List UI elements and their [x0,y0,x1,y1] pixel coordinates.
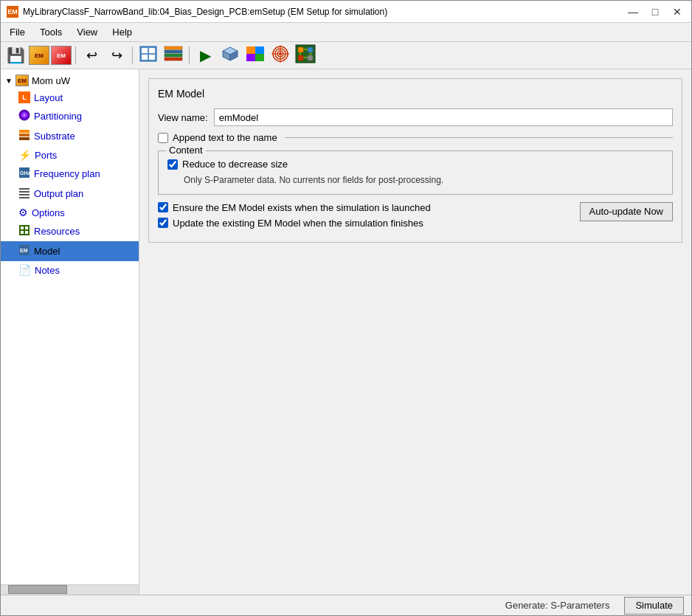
simulate-button[interactable]: Simulate [624,597,684,615]
circuit-button[interactable] [294,44,317,66]
menu-bar: File Tools View Help [1,23,691,42]
svg-rect-47 [25,231,28,234]
antenna-button[interactable] [269,44,292,66]
sidebar-item-frequency-plan[interactable]: GHz Frequency plan [1,164,139,184]
sidebar-item-model[interactable]: EM Model [1,241,139,261]
sidebar-item-options[interactable]: ⚙ Options [1,204,139,221]
em-model-panel: EM Model View name: Append text to the n… [148,78,682,243]
checkboxes-col: Ensure the EM Model exists when the simu… [158,202,571,233]
svg-rect-46 [21,231,24,234]
root-icon: EM [15,75,29,86]
sidebar-label-notes: Notes [35,265,60,276]
svg-rect-5 [165,46,182,49]
model-icon: EM [18,244,30,258]
sidebar-label-partitioning: Partitioning [34,111,82,122]
tree-expand-icon: ▼ [5,77,13,85]
menu-file[interactable]: File [4,24,31,40]
schematic-button[interactable] [136,44,160,66]
sidebar-item-resources[interactable]: Resources [1,221,139,241]
schematic-icon [139,46,157,66]
em-setup1-button[interactable]: EM [29,46,49,65]
svg-rect-44 [21,226,24,229]
sidebar: ▼ EM Mom uW L Layout [1,69,139,595]
undo-button[interactable]: ↩ [80,44,103,66]
sidebar-item-substrate[interactable]: Substrate [1,126,139,146]
menu-tools[interactable]: Tools [34,24,68,40]
layers-button[interactable] [162,44,185,66]
toolbar-separator-3 [189,46,190,64]
minimize-button[interactable]: — [625,4,641,19]
notes-icon: 📄 [18,264,31,276]
update-model-checkbox[interactable] [158,218,168,228]
em-setup2-button[interactable]: EM [51,46,72,65]
view-name-label: View name: [158,112,208,123]
update-model-label: Update the existing EM Model when the si… [173,218,423,229]
ensure-model-row: Ensure the EM Model exists when the simu… [158,202,571,213]
svg-rect-36 [19,137,30,140]
ensure-model-label: Ensure the EM Model exists when the simu… [173,202,431,213]
sidebar-label-ports: Ports [35,150,57,161]
maximize-button[interactable]: □ [647,4,663,19]
close-button[interactable]: ✕ [669,4,685,19]
em2-label: EM [57,52,66,59]
svg-rect-3 [142,55,148,60]
sidebar-root-label: Mom uW [32,75,70,86]
svg-rect-12 [246,46,255,54]
append-text-checkbox[interactable] [158,133,168,143]
auto-update-button[interactable]: Auto-update Now [580,202,673,221]
sidebar-item-output-plan[interactable]: Output plan [1,184,139,204]
scrollbar-thumb[interactable] [8,585,67,594]
svg-rect-42 [19,197,30,198]
menu-help[interactable]: Help [106,24,138,40]
toolbar-separator-1 [75,46,76,64]
layers-icon [164,46,183,66]
status-bar: Generate: S-Parameters Simulate [1,595,691,615]
svg-text:GHz: GHz [20,170,30,176]
run-button[interactable]: ▶ [193,44,217,66]
simulate-label: Simulate [635,600,673,611]
window-controls: — □ ✕ [625,4,685,19]
view-name-input[interactable] [214,108,673,126]
toolbar: 💾 EM EM ↩ ↪ [1,42,691,69]
menu-view[interactable]: View [71,24,103,40]
sidebar-label-substrate: Substrate [34,131,75,142]
sidebar-label-options: Options [32,207,65,218]
ports-icon: ⚡ [18,149,31,161]
svg-rect-41 [19,194,30,195]
update-model-row: Update the existing EM Model when the si… [158,218,571,229]
sidebar-root[interactable]: ▼ EM Mom uW [1,72,139,89]
content-section-label: Content [166,145,206,156]
substrate-icon [18,129,30,143]
resources-icon [18,224,30,238]
sidebar-label-frequency-plan: Frequency plan [34,168,100,179]
reduce-size-row: Reduce to decrease size [167,159,663,170]
svg-rect-15 [255,54,264,61]
colors-button[interactable] [243,44,267,66]
sidebar-item-notes[interactable]: 📄 Notes [1,261,139,279]
sidebar-item-layout[interactable]: L Layout [1,89,139,106]
undo-icon: ↩ [86,47,97,63]
svg-rect-14 [246,54,255,61]
svg-rect-1 [142,48,148,53]
bottom-row: Ensure the EM Model exists when the simu… [158,202,673,233]
3d-view-button[interactable] [218,44,242,66]
em1-label: EM [35,52,44,59]
output-icon [18,187,30,201]
auto-update-label: Auto-update Now [589,206,663,217]
view-name-row: View name: [158,108,673,126]
sidebar-scrollbar[interactable] [1,584,139,595]
sidebar-item-partitioning[interactable]: Partitioning [1,106,139,126]
reduce-size-checkbox[interactable] [167,159,178,170]
save-button[interactable]: 💾 [4,44,27,66]
window-title: MyLibraryClassF_NarrowBand_lib:04_Bias_D… [23,7,387,17]
ensure-model-checkbox[interactable] [158,202,168,212]
colors-icon [246,46,265,66]
frequency-icon: GHz [18,167,30,181]
svg-rect-4 [149,55,155,60]
sidebar-label-model: Model [34,246,60,257]
antenna-icon [271,44,290,67]
redo-button[interactable]: ↪ [105,44,128,66]
options-icon: ⚙ [18,207,28,218]
sidebar-item-ports[interactable]: ⚡ Ports [1,146,139,164]
main-area: ▼ EM Mom uW L Layout [1,69,691,595]
